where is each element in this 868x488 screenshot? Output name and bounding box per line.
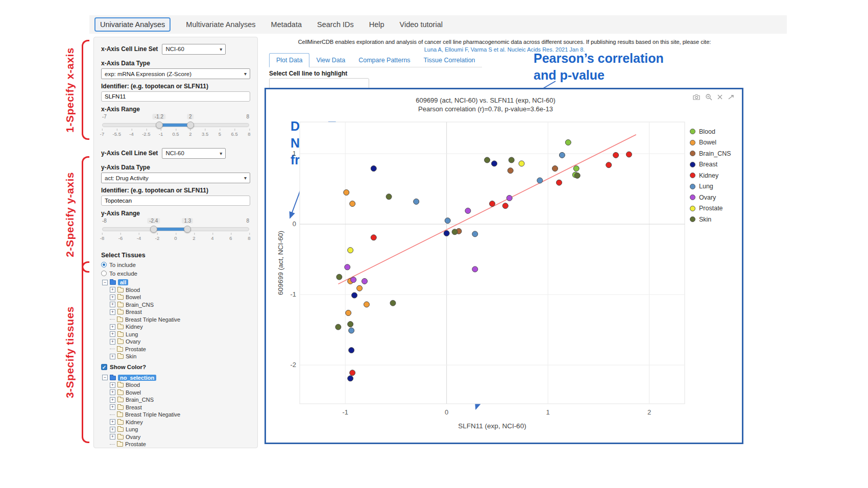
tree-item-ovary[interactable]: +Ovary xyxy=(102,433,250,441)
collapse-icon[interactable]: − xyxy=(102,375,108,380)
svg-text:0: 0 xyxy=(293,220,296,228)
legend-item-prostate[interactable]: Prostate xyxy=(690,203,731,214)
tab-tissue-correlation[interactable]: Tissue Correlation xyxy=(417,54,482,67)
svg-text:609699 (act, NCI-60): 609699 (act, NCI-60) xyxy=(277,231,284,295)
slider-handle-to[interactable] xyxy=(184,226,191,233)
tree-item-ovary[interactable]: +Ovary xyxy=(102,338,250,346)
x-range-slider[interactable]: -7-1.228-7-5.5-4-2.5-10.523.556.58 xyxy=(102,115,249,141)
tree-item-breast-triple-negative[interactable]: Breast Triple Negative xyxy=(102,411,250,419)
legend-marker xyxy=(690,173,695,178)
nav-tab-search-ids[interactable]: Search IDs xyxy=(317,20,354,29)
tree-root-all[interactable]: −all xyxy=(102,279,250,286)
tree-item-bowel[interactable]: +Bowel xyxy=(102,389,250,397)
legend-item-blood[interactable]: Blood xyxy=(690,126,731,137)
legend-item-ovary[interactable]: Ovary xyxy=(690,192,731,203)
expand-icon[interactable]: + xyxy=(110,354,115,359)
tab-plot-data[interactable]: Plot Data xyxy=(269,53,309,67)
folder-icon xyxy=(117,412,123,417)
citation-link[interactable]: Luna A, Elloumi F, Varma S et al. Nuclei… xyxy=(264,46,744,54)
y-cell-line-set-select[interactable]: NCI-60 ▾ xyxy=(162,148,226,159)
x-data-type-select[interactable]: exp: mRNA Expression (Z-Score) ▾ xyxy=(101,68,250,79)
tree-item-prostate[interactable]: Prostate xyxy=(102,346,250,353)
tree-item-brain-cns[interactable]: +Brain_CNS xyxy=(102,301,250,309)
folder-icon xyxy=(110,280,116,285)
legend-item-brain-cns[interactable]: Brain_CNS xyxy=(690,148,731,159)
svg-text:1: 1 xyxy=(546,408,550,416)
expand-icon[interactable]: + xyxy=(110,389,115,395)
tree-item-kidney[interactable]: +Kidney xyxy=(102,419,250,426)
expand-icon[interactable]: + xyxy=(110,434,115,440)
tree-item-blood[interactable]: +Blood xyxy=(102,286,250,294)
expand-icon[interactable]: + xyxy=(110,287,115,292)
chevron-down-icon: ▾ xyxy=(244,175,247,181)
folder-icon xyxy=(117,295,124,300)
expand-icon[interactable]: + xyxy=(110,404,115,410)
expand-icon[interactable]: + xyxy=(110,397,115,403)
zoom-icon[interactable] xyxy=(705,93,712,101)
slider-handle-to[interactable] xyxy=(187,121,194,129)
tab-view-data[interactable]: View Data xyxy=(309,54,352,67)
tree-item-prostate[interactable]: Prostate xyxy=(102,441,250,448)
radio-icon[interactable] xyxy=(101,271,107,276)
show-color-label: Show Color? xyxy=(110,364,146,370)
svg-text:SLFN11 (exp, NCI-60): SLFN11 (exp, NCI-60) xyxy=(458,422,526,430)
legend-marker xyxy=(690,194,695,200)
expand-icon[interactable]: + xyxy=(110,339,115,345)
tree-item-skin[interactable]: +Skin xyxy=(102,448,250,449)
tab-compare-patterns[interactable]: Compare Patterns xyxy=(352,54,417,67)
y-data-type-label: y-Axis Data Type xyxy=(101,164,250,171)
legend-marker xyxy=(690,216,695,222)
tree-root-no-selection[interactable]: −no_selection xyxy=(102,374,250,382)
tree-item-breast[interactable]: +Breast xyxy=(102,308,250,316)
tree-item-lung[interactable]: +Lung xyxy=(102,331,250,338)
tree-connector xyxy=(110,444,115,445)
x-identifier-input[interactable] xyxy=(101,91,250,102)
nav-tab-help[interactable]: Help xyxy=(369,20,384,29)
nav-tab-multivariate-analyses[interactable]: Multivariate Analyses xyxy=(186,20,255,29)
slider-handle-from[interactable] xyxy=(150,226,157,233)
tree-item-breast[interactable]: +Breast xyxy=(102,404,250,411)
reset-axes-icon[interactable] xyxy=(728,94,735,100)
expand-icon[interactable]: + xyxy=(110,427,115,432)
legend-marker xyxy=(690,151,695,156)
nav-tab-univariate-analyses[interactable]: Univariate Analyses xyxy=(94,17,171,32)
radio-icon[interactable] xyxy=(101,262,107,267)
tree-item-bowel[interactable]: +Bowel xyxy=(102,294,250,301)
collapse-icon[interactable]: − xyxy=(102,280,108,285)
tree-item-breast-triple-negative[interactable]: Breast Triple Negative xyxy=(102,316,250,324)
slider-handle-from[interactable] xyxy=(156,121,163,129)
y-range-slider[interactable]: -8-2.41.38-8-6-4-202468 xyxy=(102,219,249,246)
tree-item-blood[interactable]: +Blood xyxy=(102,381,250,389)
slider-track[interactable] xyxy=(102,227,249,231)
expand-icon[interactable]: + xyxy=(110,324,115,330)
expand-icon[interactable]: + xyxy=(110,331,115,337)
chart-area[interactable]: -1012-2-101SLFN11 (exp, NCI-60)609699 (a… xyxy=(276,113,700,442)
y-identifier-input[interactable] xyxy=(101,196,250,206)
tree-item-skin[interactable]: +Skin xyxy=(102,353,250,360)
tree-item-kidney[interactable]: +Kidney xyxy=(102,323,250,331)
expand-icon[interactable]: + xyxy=(110,419,115,425)
tissue-tree-include: −all+Blood+Bowel+Brain_CNS+BreastBreast … xyxy=(102,279,250,360)
expand-icon[interactable]: + xyxy=(110,295,115,300)
nav-tab-video-tutorial[interactable]: Video tutorial xyxy=(400,20,443,29)
legend-item-kidney[interactable]: Kidney xyxy=(690,170,731,181)
close-icon[interactable] xyxy=(717,94,723,100)
expand-icon[interactable]: + xyxy=(110,309,115,315)
y-data-type-select[interactable]: act: Drug Activity ▾ xyxy=(101,173,250,183)
expand-icon[interactable]: + xyxy=(110,382,115,388)
radio-to-exclude[interactable]: To exclude xyxy=(101,270,250,277)
legend-item-bowel[interactable]: Bowel xyxy=(690,137,731,149)
nav-tab-metadata[interactable]: Metadata xyxy=(271,20,302,29)
tree-item-brain-cns[interactable]: +Brain_CNS xyxy=(102,396,250,404)
expand-icon[interactable]: + xyxy=(110,302,115,307)
show-color-checkbox[interactable]: ✓ xyxy=(101,364,107,370)
tree-item-lung[interactable]: +Lung xyxy=(102,426,250,433)
legend-item-breast[interactable]: Breast xyxy=(690,159,731,170)
legend-item-lung[interactable]: Lung xyxy=(690,181,731,192)
radio-to-include[interactable]: To include xyxy=(101,261,250,268)
legend-item-skin[interactable]: Skin xyxy=(690,214,731,225)
show-color-row[interactable]: ✓ Show Color? xyxy=(101,363,250,371)
slider-track[interactable] xyxy=(102,123,249,127)
folder-icon xyxy=(117,420,124,425)
x-cell-line-set-select[interactable]: NCI-60 ▾ xyxy=(162,44,226,55)
